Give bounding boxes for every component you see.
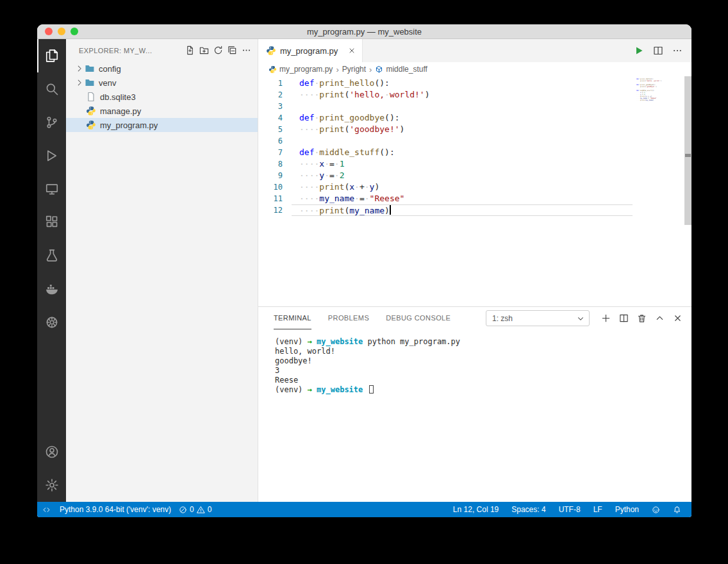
terminal-select-value: 1: zsh bbox=[492, 314, 513, 323]
activity-item-extensions[interactable] bbox=[37, 206, 66, 239]
refresh-explorer-button[interactable] bbox=[213, 46, 223, 55]
close-panel-button[interactable] bbox=[673, 313, 682, 323]
python-interpreter-status[interactable]: Python 3.9.0 64-bit ('venv': venv) bbox=[56, 502, 175, 517]
remote-icon bbox=[42, 506, 51, 514]
feedback-status[interactable] bbox=[648, 502, 664, 517]
line-number: 11 bbox=[258, 193, 292, 204]
line-number: 10 bbox=[258, 181, 292, 193]
remote-explorer-icon bbox=[45, 182, 59, 196]
code-line-4[interactable]: 4def·print_goodbye(): bbox=[258, 112, 633, 124]
breadcrumb-label: middle_stuff bbox=[386, 65, 427, 74]
terminal-line: (venv) → my_website bbox=[275, 385, 691, 395]
panel-tabs: TERMINALPROBLEMSDEBUG CONSOLE bbox=[274, 307, 451, 329]
activity-item-search[interactable] bbox=[37, 72, 66, 106]
terminal[interactable]: (venv) → my_website python my_program.py… bbox=[258, 329, 691, 502]
breadcrumb-item-my_program.py[interactable]: my_program.py bbox=[269, 65, 333, 74]
file-tree: configvenvdb.sqlite3manage.pymy_program.… bbox=[66, 62, 258, 132]
extension-gear-icon bbox=[45, 315, 59, 329]
code-line-6[interactable]: 6 bbox=[258, 135, 633, 147]
search-icon bbox=[45, 82, 59, 96]
collapse-folders-button[interactable] bbox=[228, 46, 237, 55]
code-line-3[interactable]: 3 bbox=[258, 101, 633, 112]
code-line-2[interactable]: 2····print('hello,·world!') bbox=[258, 89, 633, 101]
activity-item-extension-gear[interactable] bbox=[37, 306, 66, 339]
split-terminal-button[interactable] bbox=[619, 313, 629, 323]
code-line-7[interactable]: 7def·middle_stuff(): bbox=[258, 147, 633, 158]
split-editor-button[interactable] bbox=[653, 46, 663, 56]
tree-item-my_program.py[interactable]: my_program.py bbox=[66, 118, 258, 132]
remote-indicator[interactable] bbox=[37, 502, 56, 517]
status-encoding[interactable]: UTF-8 bbox=[555, 502, 584, 517]
activity-item-run-and-debug[interactable] bbox=[37, 139, 66, 172]
code-line-10[interactable]: 10····print(x·+·y) bbox=[258, 181, 633, 193]
code-text: ····y·=·2 bbox=[292, 170, 633, 181]
bottom-panel: TERMINALPROBLEMSDEBUG CONSOLE 1: zsh (ve… bbox=[258, 306, 691, 502]
code-text: ····print('hello,·world!') bbox=[292, 89, 633, 101]
code-line-11[interactable]: 11····my_name·=·"Reese" bbox=[258, 193, 633, 204]
status-language-mode[interactable]: Python bbox=[611, 502, 643, 517]
code-line-9[interactable]: 9····y·=·2 bbox=[258, 170, 633, 181]
traffic-minimize-button[interactable] bbox=[58, 28, 65, 35]
breadcrumb-separator: › bbox=[369, 65, 372, 74]
activity-item-source-control[interactable] bbox=[37, 106, 66, 139]
close-tab-icon[interactable] bbox=[348, 47, 356, 54]
breadcrumb-item-Pyright[interactable]: Pyright bbox=[342, 65, 366, 74]
code-text: ····my_name·=·"Reese" bbox=[292, 193, 633, 204]
activity-item-testing[interactable] bbox=[37, 239, 66, 272]
new-terminal-button[interactable] bbox=[601, 313, 611, 323]
activity-item-explorer[interactable] bbox=[37, 39, 66, 72]
panel-tab-debug-console[interactable]: DEBUG CONSOLE bbox=[386, 307, 451, 329]
code-line-12[interactable]: 12····print(my_name) bbox=[258, 204, 633, 216]
new-folder-button[interactable] bbox=[199, 46, 209, 55]
code-line-1[interactable]: 1def·print_hello(): bbox=[258, 78, 633, 89]
panel-header: TERMINALPROBLEMSDEBUG CONSOLE 1: zsh bbox=[258, 307, 691, 329]
source-control-icon bbox=[45, 115, 59, 129]
activity-item-accounts[interactable] bbox=[37, 435, 66, 469]
breadcrumb-item-middle_stuff[interactable]: middle_stuff bbox=[375, 65, 427, 74]
new-file-button[interactable] bbox=[185, 46, 195, 55]
titlebar[interactable]: my_program.py — my_website bbox=[37, 24, 691, 39]
more-editor-actions-button[interactable] bbox=[672, 46, 682, 56]
folder-icon bbox=[85, 63, 95, 74]
minimap[interactable]: def·print_hello():····print('hello,·worl… bbox=[636, 78, 682, 101]
tree-item-manage.py[interactable]: manage.py bbox=[66, 104, 258, 118]
run-and-debug-icon bbox=[45, 149, 59, 163]
error-icon bbox=[179, 506, 187, 514]
status-eol[interactable]: LF bbox=[590, 502, 606, 517]
panel-tab-problems[interactable]: PROBLEMS bbox=[328, 307, 369, 329]
status-indentation[interactable]: Spaces: 4 bbox=[508, 502, 549, 517]
python-icon-wrap bbox=[85, 106, 97, 116]
error-count: 0 bbox=[190, 505, 194, 514]
activity-item-docker[interactable] bbox=[37, 272, 66, 306]
traffic-close-button[interactable] bbox=[45, 28, 53, 35]
tab-my_program-py[interactable]: my_program.py bbox=[258, 39, 363, 62]
chevron-right-icon bbox=[75, 78, 84, 87]
activity-item-remote-explorer[interactable] bbox=[37, 172, 66, 206]
code-text bbox=[292, 101, 633, 112]
status-cursor-position[interactable]: Ln 12, Col 19 bbox=[449, 502, 502, 517]
status-bar-right: Ln 12, Col 19Spaces: 4UTF-8LFPython bbox=[449, 502, 685, 517]
split-terminal-icon bbox=[619, 313, 629, 323]
panel-tab-terminal[interactable]: TERMINAL bbox=[274, 307, 311, 329]
code-text: ····print(x·+·y) bbox=[292, 181, 633, 193]
terminal-select[interactable]: 1: zsh bbox=[486, 310, 590, 326]
vscode-window: my_program.py — my_website EXPLORER: MY_… bbox=[37, 24, 691, 517]
more-actions-button[interactable] bbox=[242, 46, 251, 55]
code-text: def·print_hello(): bbox=[292, 78, 633, 89]
code-editor[interactable]: 1def·print_hello():2····print('hello,·wo… bbox=[258, 76, 691, 306]
notifications-status[interactable] bbox=[669, 502, 685, 517]
tree-item-venv[interactable]: venv bbox=[66, 76, 258, 90]
code-line-5[interactable]: 5····print('goodbye!') bbox=[258, 124, 633, 135]
extensions-icon bbox=[45, 215, 59, 229]
tree-item-db.sqlite3[interactable]: db.sqlite3 bbox=[66, 90, 258, 104]
run-python-file-button[interactable] bbox=[634, 46, 644, 56]
activity-item-manage[interactable] bbox=[37, 469, 66, 502]
kill-terminal-button[interactable] bbox=[637, 313, 647, 323]
tab-label: my_program.py bbox=[280, 46, 338, 56]
maximize-panel-button[interactable] bbox=[655, 313, 665, 323]
tree-item-config[interactable]: config bbox=[66, 62, 258, 76]
code-line-8[interactable]: 8····x·=·1 bbox=[258, 158, 633, 170]
editor-scrollbar[interactable] bbox=[684, 76, 691, 225]
problems-status[interactable]: 0 0 bbox=[175, 502, 215, 517]
traffic-zoom-button[interactable] bbox=[70, 28, 78, 35]
